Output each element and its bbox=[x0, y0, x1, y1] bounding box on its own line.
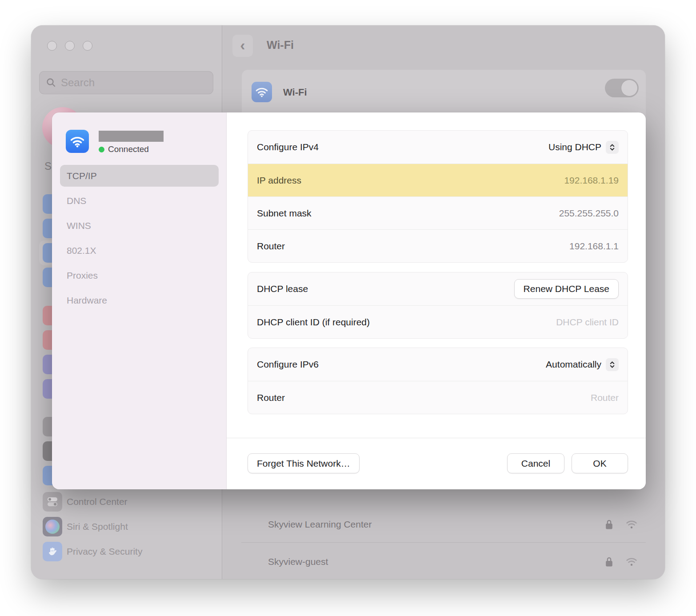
siri-icon bbox=[43, 517, 62, 536]
configure-ipv6-row: Configure IPv6 Automatically bbox=[248, 348, 628, 381]
cancel-button[interactable]: Cancel bbox=[507, 453, 564, 473]
ip-address-value[interactable]: 192.168.1.19 bbox=[564, 175, 619, 186]
router-ipv4-row: Router 192.168.1.1 bbox=[248, 229, 628, 262]
configure-ipv6-label: Configure IPv6 bbox=[257, 359, 319, 370]
tab-proxies[interactable]: Proxies bbox=[52, 263, 226, 288]
known-networks-list: Skyview Learning Center Skyview-guest XF… bbox=[241, 488, 646, 579]
subnet-mask-value[interactable]: 255.255.255.0 bbox=[559, 208, 619, 219]
sidebar-item-label: Control Center bbox=[67, 492, 128, 512]
wifi-signal-icon bbox=[625, 557, 638, 567]
toggle-knob bbox=[621, 80, 638, 96]
privacy-hand-icon bbox=[43, 542, 62, 561]
wifi-network-icon bbox=[66, 130, 89, 153]
search-input[interactable] bbox=[61, 76, 207, 89]
tab-label: DNS bbox=[67, 196, 86, 206]
wifi-app-icon bbox=[252, 82, 272, 102]
zoom-window-button[interactable] bbox=[83, 41, 92, 51]
ip-address-row-highlighted[interactable]: IP address 192.168.1.19 bbox=[248, 164, 628, 196]
chevron-up-down-icon bbox=[606, 358, 619, 371]
network-name: Skyview-guest bbox=[268, 556, 328, 567]
connection-status: Connected bbox=[99, 144, 149, 154]
router-ipv6-row: Router bbox=[248, 381, 628, 414]
tab-dns[interactable]: DNS bbox=[52, 188, 226, 213]
status-label: Connected bbox=[108, 144, 149, 154]
dhcp-lease-row: DHCP lease Renew DHCP Lease bbox=[248, 272, 628, 305]
subnet-mask-row: Subnet mask 255.255.255.0 bbox=[248, 196, 628, 229]
router-ipv4-label: Router bbox=[257, 241, 285, 252]
search-field[interactable] bbox=[39, 71, 213, 94]
dhcp-client-id-input[interactable] bbox=[476, 317, 619, 328]
router-ipv6-input[interactable] bbox=[476, 392, 619, 403]
network-row[interactable]: Skyview-guest bbox=[241, 552, 646, 571]
status-dot bbox=[99, 147, 104, 152]
tab-tcp-ip[interactable]: TCP/IP bbox=[52, 164, 226, 188]
dhcp-client-id-row: DHCP client ID (if required) bbox=[248, 305, 628, 338]
sidebar-item-label: Siri & Spotlight bbox=[67, 517, 128, 536]
ipv4-card: Configure IPv4 Using DHCP IP address 192… bbox=[248, 130, 628, 263]
wifi-toggle[interactable] bbox=[605, 79, 639, 97]
minimize-window-button[interactable] bbox=[65, 41, 75, 51]
tab-label: Proxies bbox=[67, 270, 98, 281]
tab-label: Hardware bbox=[67, 295, 107, 306]
renew-dhcp-lease-button[interactable]: Renew DHCP Lease bbox=[514, 279, 619, 299]
tab-wins[interactable]: WINS bbox=[52, 213, 226, 238]
ipv6-card: Configure IPv6 Automatically Router bbox=[248, 348, 628, 414]
dialog-panel: Configure IPv4 Using DHCP IP address 192… bbox=[227, 112, 646, 489]
wifi-signal-icon bbox=[625, 520, 638, 529]
ok-button[interactable]: OK bbox=[572, 453, 628, 473]
screenshot-canvas: S Control Center bbox=[0, 0, 696, 616]
configure-ipv6-dropdown[interactable]: Automatically bbox=[546, 358, 619, 371]
router-ipv6-label: Router bbox=[257, 392, 285, 403]
wifi-row-label: Wi-Fi bbox=[283, 87, 307, 98]
dhcp-lease-label: DHCP lease bbox=[257, 284, 308, 294]
forget-network-button[interactable]: Forget This Network… bbox=[248, 453, 360, 473]
tab-label: 802.1X bbox=[67, 245, 96, 256]
tab-label: WINS bbox=[67, 220, 91, 231]
configure-ipv6-value: Automatically bbox=[546, 359, 601, 370]
network-name-redacted bbox=[99, 131, 164, 142]
subnet-mask-label: Subnet mask bbox=[257, 208, 312, 219]
tab-label: TCP/IP bbox=[67, 171, 97, 181]
dhcp-client-id-label: DHCP client ID (if required) bbox=[257, 317, 370, 328]
ip-address-label: IP address bbox=[257, 175, 301, 186]
chevron-left-icon: ‹ bbox=[240, 37, 245, 52]
search-icon bbox=[46, 77, 56, 88]
dhcp-card: DHCP lease Renew DHCP Lease DHCP client … bbox=[248, 272, 628, 339]
footer-divider bbox=[227, 438, 646, 438]
tab-hardware[interactable]: Hardware bbox=[52, 288, 226, 313]
dialog-sidebar: Connected TCP/IP DNS WINS 802.1X Proxies… bbox=[52, 112, 227, 489]
configure-ipv4-dropdown[interactable]: Using DHCP bbox=[548, 141, 619, 154]
configure-ipv4-row: Configure IPv4 Using DHCP bbox=[248, 131, 628, 164]
tab-8021x[interactable]: 802.1X bbox=[52, 238, 226, 263]
network-details-dialog: Connected TCP/IP DNS WINS 802.1X Proxies… bbox=[52, 112, 646, 489]
back-button[interactable]: ‹ bbox=[232, 35, 253, 57]
configure-ipv4-label: Configure IPv4 bbox=[257, 142, 319, 152]
control-center-icon bbox=[43, 492, 62, 512]
dialog-nav: TCP/IP DNS WINS 802.1X Proxies Hardware bbox=[52, 164, 226, 313]
sidebar-item-label: Privacy & Security bbox=[67, 542, 142, 561]
lock-icon bbox=[605, 519, 613, 529]
chevron-up-down-icon bbox=[606, 141, 619, 154]
lock-icon bbox=[605, 556, 613, 567]
divider bbox=[241, 542, 646, 543]
network-name: Skyview Learning Center bbox=[268, 519, 372, 530]
user-name-partial: S bbox=[44, 160, 52, 172]
configure-ipv4-value: Using DHCP bbox=[548, 142, 601, 152]
close-window-button[interactable] bbox=[47, 41, 57, 51]
router-ipv4-value[interactable]: 192.168.1.1 bbox=[569, 241, 619, 252]
page-title: Wi-Fi bbox=[267, 39, 294, 52]
network-row[interactable]: Skyview Learning Center bbox=[241, 515, 646, 534]
